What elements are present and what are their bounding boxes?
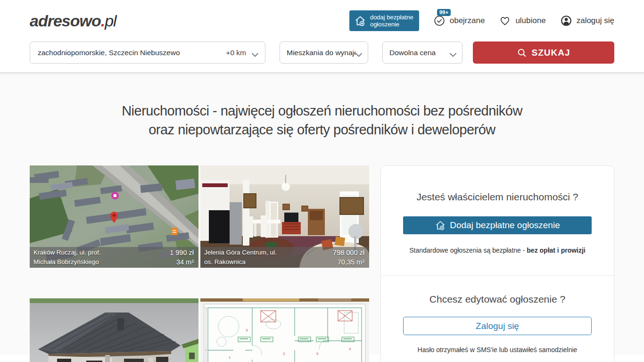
logo-tld: pl [105, 12, 116, 30]
login-button[interactable]: Zaloguj się [403, 317, 592, 335]
main-content: Nieruchomości - najwięcej ogłoszeń nieru… [0, 72, 644, 355]
listing-photo-house-construction [30, 298, 198, 362]
search-button[interactable]: SZUKAJ [473, 41, 614, 64]
add-listing-sidebar-label: Dodaj bezpłatne ogłoszenie [450, 220, 560, 230]
location-value: zachodniopomorskie, Szczecin Niebuszewo [38, 49, 180, 57]
chevron-down-icon [355, 50, 362, 55]
search-button-label: SZUKAJ [531, 48, 570, 58]
owner-note: Standardowe ogłoszenia są bezpłatne - be… [381, 247, 614, 254]
viewed-count-badge: 99+ [437, 9, 451, 16]
listing-photo-floor-plan: 325 147 [200, 298, 369, 362]
nav-login[interactable]: zaloguj się [560, 15, 614, 27]
login-button-label: Zaloguj się [476, 321, 519, 331]
add-listing-label: dodaj bezpłatne ogłoszenie [370, 14, 413, 28]
search-bar: zachodniopomorskie, Szczecin Niebuszewo … [0, 41, 644, 72]
svg-text:5: 5 [316, 352, 319, 356]
listing-area: 34 m² [170, 257, 194, 267]
house-plus-icon [354, 15, 366, 27]
nav-favorites-label: ulubione [515, 16, 545, 25]
logo-dot: . [101, 12, 105, 30]
listing-area: 70,35 m² [333, 257, 364, 267]
heart-icon [499, 15, 511, 27]
listing-card[interactable]: Jelenia Góra Centrum, ul. os. Rakownica … [200, 165, 369, 268]
owner-panel: Jesteś właścicielem nieruchomości ? Doda… [380, 165, 614, 362]
svg-text:3: 3 [246, 328, 248, 332]
owner-heading: Jesteś właścicielem nieruchomości ? [381, 191, 614, 203]
listing-caption: Jelenia Góra Centrum, ul. os. Rakownica … [200, 247, 369, 268]
header-nav: dodaj bezpłatne ogłoszenie 99+ obejrzane… [349, 10, 614, 31]
nav-viewed[interactable]: 99+ obejrzane [433, 15, 485, 27]
category-select[interactable]: Mieszkania do wynajęc [280, 41, 368, 64]
add-listing-button-sidebar[interactable]: Dodaj bezpłatne ogłoszenie [403, 216, 592, 234]
location-input[interactable]: zachodniopomorskie, Szczecin Niebuszewo … [30, 41, 265, 64]
logo[interactable]: adresowo.pl [30, 12, 116, 30]
header: adresowo.pl dodaj bezpłatne ogłoszenie 9… [0, 0, 644, 41]
radius-value: +0 km [226, 49, 252, 57]
listing-card[interactable]: Miroszewice 700 000 zł [30, 298, 198, 362]
chevron-down-icon [450, 50, 456, 55]
house-plus-icon [435, 220, 446, 231]
price-value: Dowolna cena [389, 49, 436, 57]
listing-price: 798 000 zł [333, 248, 364, 257]
nav-favorites[interactable]: ulubione [499, 15, 545, 27]
listing-caption: Kraków Ruczaj, ul. prof. Michała Bobrzyń… [30, 247, 198, 268]
listing-card[interactable]: Kraków Ruczaj, ul. prof. Michała Bobrzyń… [30, 165, 198, 268]
svg-text:4: 4 [349, 347, 351, 351]
logo-text: adresowo [30, 12, 101, 30]
category-value: Mieszkania do wynajęc [287, 49, 355, 57]
page-title: Nieruchomości - najwięcej ogłoszeń nieru… [30, 101, 614, 139]
panel-divider [381, 275, 614, 276]
price-select[interactable]: Dowolna cena [382, 41, 462, 64]
add-listing-button[interactable]: dodaj bezpłatne ogłoszenie [349, 10, 419, 31]
chevron-down-icon [252, 50, 258, 55]
nav-login-label: zaloguj się [577, 16, 614, 25]
listing-price: 1 990 zł [170, 248, 194, 257]
edit-heading: Chcesz edytować ogłoszenie ? [381, 294, 614, 305]
user-circle-icon [560, 15, 572, 27]
svg-text:1: 1 [229, 355, 231, 360]
search-icon [517, 48, 527, 58]
check-circle-icon [433, 15, 446, 27]
svg-text:2: 2 [283, 352, 285, 356]
listing-card[interactable]: 325 147 Warszawa Bemowo, ul. 2 900 000 z… [200, 298, 369, 362]
edit-note: Hasło otrzymałeś w SMS'ie lub ustawiłeś … [381, 346, 614, 354]
nav-viewed-label: obejrzane [450, 16, 485, 25]
listings-grid: Kraków Ruczaj, ul. prof. Michała Bobrzyń… [30, 165, 369, 362]
